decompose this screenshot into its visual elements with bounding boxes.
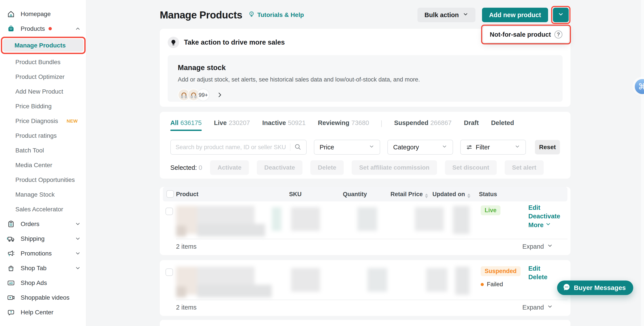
tutorials-help-link[interactable]: ? Tutorials & Help — [248, 11, 304, 19]
deactivate-link[interactable]: Deactivate — [528, 213, 560, 220]
manage-stock-banner[interactable]: Manage stock Add or adjust stock, set al… — [168, 55, 562, 102]
select-all-checkbox[interactable] — [166, 190, 174, 198]
add-new-product-label: Add new product — [489, 12, 541, 19]
tab-count: 50921 — [288, 119, 306, 127]
column-label: Status — [479, 191, 497, 198]
row-checkbox[interactable] — [166, 208, 173, 215]
avatar-overflow-count: 99+ — [197, 89, 210, 101]
sidebar-item-price-bidding[interactable]: Price Bidding — [4, 99, 83, 114]
tab-label: Deleted — [491, 119, 514, 127]
sidebar-item-product-optimizer[interactable]: Product Optimizer — [4, 69, 83, 84]
selected-count: 0 — [199, 164, 202, 171]
blur-block — [415, 207, 444, 231]
main-area: Manage Products ? Tutorials & Help Bulk … — [86, 0, 644, 326]
sidebar-item-manage-products[interactable]: Manage Products — [3, 39, 84, 52]
next-card-sliver — [160, 320, 570, 326]
sort-icon[interactable] — [425, 190, 428, 198]
sidebar-item-media-center[interactable]: Media Center — [4, 158, 83, 172]
tab-reviewing[interactable]: Reviewing73680 — [318, 119, 369, 131]
sidebar-item-help-center[interactable]: ?Help Center — [4, 305, 83, 320]
edit-link[interactable]: Edit — [528, 265, 548, 272]
action-label: More — [528, 221, 544, 229]
delete-button[interactable]: Delete — [310, 160, 344, 175]
sort-icon[interactable] — [467, 190, 470, 198]
sidebar-item-product-ratings[interactable]: Product ratings — [4, 128, 83, 143]
tutorials-help-label: Tutorials & Help — [257, 12, 304, 19]
megaphone-icon — [6, 249, 15, 258]
delete-link[interactable]: Delete — [528, 273, 548, 281]
column-label: SKU — [289, 191, 302, 198]
bagOutline-icon — [6, 264, 15, 273]
filter-dropdown[interactable]: Filter — [460, 140, 526, 155]
sidebar-item-products[interactable]: Products — [4, 21, 83, 36]
page-title: Manage Products — [160, 9, 242, 21]
sidebar-item-batch-tool[interactable]: Batch Tool — [4, 143, 83, 158]
product-group-card: ProductSKUQuantityRetail PriceUpdated on… — [160, 187, 570, 255]
tab-count: 73680 — [352, 119, 369, 127]
reset-button[interactable]: Reset — [535, 140, 560, 154]
sidebar-item-price-diagnosis[interactable]: Price DiagnosisNEW — [4, 114, 83, 128]
arrow-right-icon[interactable] — [216, 92, 223, 98]
search-box — [170, 140, 307, 155]
sidebar-item-label: Shoppable videos — [21, 294, 70, 301]
sidebar-item-product-opportunities[interactable]: Product Opportunities — [4, 172, 83, 187]
question-circle-icon[interactable]: ? — [554, 31, 562, 39]
tab-all[interactable]: All636175 — [170, 119, 202, 131]
table-header-row: ProductSKUQuantityRetail PriceUpdated on… — [163, 187, 568, 201]
sidebar-item-add-new-product[interactable]: Add New Product — [4, 84, 83, 99]
sidebar-item-homepage[interactable]: Homepage — [4, 7, 83, 21]
set-discount-button[interactable]: Set discount — [445, 160, 497, 175]
bulk-action-button[interactable]: Bulk action — [418, 8, 476, 22]
sidebar-item-orders[interactable]: Orders — [4, 217, 83, 231]
chat-bubble-icon — [562, 283, 571, 293]
edit-link[interactable]: Edit — [528, 204, 560, 211]
expand-toggle[interactable]: Expand — [522, 243, 553, 250]
tab-inactive[interactable]: Inactive50921 — [262, 119, 306, 131]
sidebar-item-promotions[interactable]: Promotions — [4, 246, 83, 261]
row-checkbox[interactable] — [166, 268, 173, 276]
sidebar-item-shop-tab[interactable]: Shop Tab — [4, 261, 83, 275]
price-filter-select[interactable]: Price — [314, 140, 380, 155]
search-icon[interactable] — [294, 143, 301, 151]
blur-block — [197, 285, 272, 297]
filter-row: Price Category Filter Reset — [170, 140, 560, 155]
blur-block — [176, 226, 186, 237]
scrollbar-track[interactable] — [641, 0, 644, 326]
sidebar-item-label: Shipping — [21, 235, 44, 242]
sidebar-item-manage-stock[interactable]: Manage Stock — [4, 187, 83, 202]
chevron-down-icon — [514, 144, 520, 151]
category-filter-select[interactable]: Category — [388, 140, 453, 155]
tab-deleted[interactable]: Deleted — [491, 119, 514, 131]
clipboard-icon — [6, 220, 15, 228]
sidebar-item-label: Products — [21, 25, 45, 32]
expand-toggle[interactable]: Expand — [522, 303, 553, 311]
add-product-dropdown-toggle[interactable] — [553, 8, 569, 22]
banner-card-desc: Add or adjust stock, set alerts, see his… — [178, 76, 552, 83]
sidebar-item-shipping[interactable]: Shipping — [4, 231, 83, 246]
more-link[interactable]: More — [528, 221, 560, 229]
tab-count: 636175 — [180, 119, 202, 127]
tab-suspended[interactable]: Suspended266867 — [394, 119, 452, 131]
buyer-messages-button[interactable]: Buyer Messages — [557, 280, 633, 295]
column-label: Retail Price — [390, 191, 423, 198]
tab-live[interactable]: Live230207 — [214, 119, 250, 131]
sidebar-item-product-bundles[interactable]: Product Bundles — [4, 55, 83, 69]
sidebar-item-sales-accelerator[interactable]: Sales Accelerator — [4, 202, 83, 217]
sidebar-item-shoppable-videos[interactable]: Shoppable videos — [4, 290, 83, 305]
column-header-retail-price[interactable]: Retail Price — [390, 187, 428, 201]
search-input[interactable] — [176, 144, 290, 151]
status-cell: Live — [481, 205, 500, 215]
activate-button[interactable]: Activate — [210, 160, 249, 175]
add-new-product-button[interactable]: Add new product — [482, 8, 548, 22]
tab-draft[interactable]: Draft — [464, 119, 479, 131]
sidebar-item-shop-ads[interactable]: ADShop Ads — [4, 275, 83, 290]
set-affiliate-commission-button[interactable]: Set affiliate commission — [352, 160, 437, 175]
sidebar-nav: HomepageProductsManage ProductsProduct B… — [0, 0, 86, 320]
tab-label: Draft — [464, 119, 479, 127]
table-row: LiveEditDeactivateMore — [160, 201, 570, 239]
set-alert-button[interactable]: Set alert — [504, 160, 544, 175]
deactivate-button[interactable]: Deactivate — [257, 160, 302, 175]
not-for-sale-menu-item[interactable]: Not-for-sale product ? — [483, 27, 569, 42]
column-header-updated-on[interactable]: Updated on — [432, 187, 470, 201]
tab-divider — [381, 120, 382, 127]
